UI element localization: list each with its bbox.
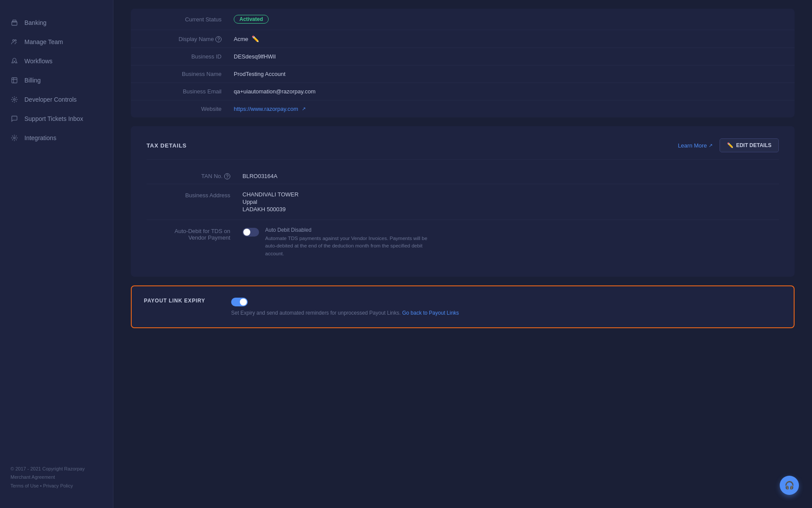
tan-help-icon[interactable]: ?	[224, 173, 230, 179]
sidebar: Banking Manage Team Workflows	[0, 0, 113, 508]
payout-toggle-thumb	[240, 299, 247, 305]
sidebar-item-manage-team[interactable]: Manage Team	[0, 32, 113, 51]
business-address-value: CHANDIVALI TOWER Uppal LADAKH 500039	[242, 191, 299, 213]
edit-details-button[interactable]: ✏️ EDIT DETAILS	[720, 138, 779, 152]
business-address-label: Business Address	[147, 191, 242, 199]
account-info-card: Current Status Activated Display Name ? …	[131, 9, 795, 117]
sidebar-item-label: Billing	[24, 77, 41, 84]
manage-team-icon	[10, 38, 18, 46]
banking-icon	[10, 19, 18, 27]
privacy-link[interactable]: Privacy Policy	[43, 483, 73, 488]
auto-debit-toggle-container: Auto Debit Disabled Automate TDS payment…	[242, 227, 431, 257]
workflows-icon	[10, 57, 18, 65]
toggle-thumb	[243, 229, 250, 236]
auto-debit-toggle[interactable]	[242, 228, 259, 237]
display-name-label: Display Name ?	[147, 36, 234, 42]
sidebar-footer: © 2017 - 2021 Copyright Razorpay Merchan…	[0, 456, 113, 499]
website-link[interactable]: https://www.razorpay.com	[234, 106, 298, 112]
svg-point-6	[14, 99, 15, 100]
sidebar-item-support-tickets[interactable]: Support Tickets Inbox	[0, 109, 113, 128]
auto-debit-label: Auto-Debit for TDS on Vendor Payment	[147, 227, 242, 241]
display-name-edit-icon[interactable]: ✏️	[252, 35, 259, 42]
tax-section-title: TAX DETAILS	[147, 142, 187, 149]
svg-point-1	[13, 40, 14, 41]
sidebar-item-label: Workflows	[24, 58, 52, 65]
pencil-icon: ✏️	[727, 142, 734, 148]
business-name-value: ProdTesting Account	[234, 71, 286, 77]
legal-links: Terms of Use • Privacy Policy	[10, 482, 102, 491]
learn-more-link[interactable]: Learn More ↗	[678, 142, 712, 149]
developer-controls-icon	[10, 96, 18, 103]
support-tickets-icon	[10, 115, 18, 123]
external-link-icon: ↗	[302, 106, 306, 112]
terms-link[interactable]: Terms of Use	[10, 483, 39, 488]
payout-expiry-row: PAYOUT LINK EXPIRY Set Expiry and send a…	[144, 297, 781, 317]
sidebar-item-label: Integrations	[24, 134, 56, 141]
integrations-icon	[10, 134, 18, 142]
merchant-agreement-link[interactable]: Merchant Agreement	[10, 473, 102, 482]
help-button[interactable]: 🎧	[780, 476, 799, 495]
sidebar-item-billing[interactable]: Billing	[0, 71, 113, 90]
sidebar-item-label: Developer Controls	[24, 96, 77, 103]
business-email-row: Business Email qa+uiautomation@razorpay.…	[131, 83, 795, 100]
sidebar-item-label: Support Tickets Inbox	[24, 115, 83, 122]
current-status-value: Activated	[234, 15, 269, 24]
svg-rect-3	[12, 78, 17, 83]
payout-expiry-label: PAYOUT LINK EXPIRY	[144, 297, 222, 304]
tax-details-card: TAX DETAILS Learn More ↗ ✏️ EDIT DETAILS…	[131, 126, 795, 277]
sidebar-item-label: Banking	[24, 19, 47, 26]
website-value: https://www.razorpay.com ↗	[234, 106, 306, 112]
tan-value: BLRO03164A	[242, 173, 277, 179]
payout-expiry-desc: Set Expiry and send automated reminders …	[231, 309, 459, 317]
payout-expiry-card: PAYOUT LINK EXPIRY Set Expiry and send a…	[131, 285, 795, 328]
business-name-row: Business Name ProdTesting Account	[131, 65, 795, 83]
svg-point-7	[14, 137, 15, 139]
auto-debit-row: Auto-Debit for TDS on Vendor Payment Aut…	[147, 220, 779, 264]
website-label: Website	[147, 106, 234, 112]
business-address-row: Business Address CHANDIVALI TOWER Uppal …	[147, 184, 779, 220]
business-id-value: DESdesq9lfHWil	[234, 53, 276, 60]
sidebar-item-developer-controls[interactable]: Developer Controls	[0, 90, 113, 109]
tax-section-actions: Learn More ↗ ✏️ EDIT DETAILS	[678, 138, 779, 152]
business-email-label: Business Email	[147, 88, 234, 95]
payout-toggle-container	[231, 297, 459, 306]
website-row: Website https://www.razorpay.com ↗	[131, 100, 795, 117]
display-name-help-icon[interactable]: ?	[215, 36, 222, 42]
sidebar-item-label: Manage Team	[24, 38, 63, 45]
billing-icon	[10, 76, 18, 84]
business-name-label: Business Name	[147, 71, 234, 77]
toggle-track[interactable]	[242, 228, 259, 237]
business-id-row: Business ID DESdesq9lfHWil	[131, 48, 795, 65]
payout-link[interactable]: Go back to Payout Links	[402, 310, 459, 316]
sidebar-item-workflows[interactable]: Workflows	[0, 51, 113, 71]
display-name-row: Display Name ? Acme ✏️	[131, 30, 795, 48]
auto-debit-desc: Automate TDS payments against your Vendo…	[265, 235, 431, 257]
tan-label: TAN No. ?	[147, 173, 242, 179]
headphone-icon: 🎧	[785, 481, 794, 490]
main-content: Current Status Activated Display Name ? …	[113, 0, 812, 508]
tan-row: TAN No. ? BLRO03164A	[147, 168, 779, 184]
business-id-label: Business ID	[147, 53, 234, 60]
current-status-row: Current Status Activated	[131, 9, 795, 30]
tax-section-header: TAX DETAILS Learn More ↗ ✏️ EDIT DETAILS	[147, 138, 779, 160]
separator-dot: •	[40, 483, 42, 488]
svg-point-2	[15, 40, 16, 41]
display-name-value: Acme ✏️	[234, 35, 259, 42]
status-badge: Activated	[234, 15, 269, 24]
current-status-label: Current Status	[147, 16, 234, 23]
business-email-value: qa+uiautomation@razorpay.com	[234, 88, 315, 95]
auto-debit-status: Auto Debit Disabled	[265, 227, 431, 233]
sidebar-item-banking[interactable]: Banking	[0, 13, 113, 32]
payout-toggle-track[interactable]	[231, 298, 248, 306]
copyright-text: © 2017 - 2021 Copyright Razorpay	[10, 465, 102, 474]
sidebar-item-integrations[interactable]: Integrations	[0, 128, 113, 148]
external-link-icon: ↗	[709, 143, 713, 148]
sidebar-navigation: Banking Manage Team Workflows	[0, 9, 113, 456]
payout-toggle[interactable]	[231, 298, 248, 306]
